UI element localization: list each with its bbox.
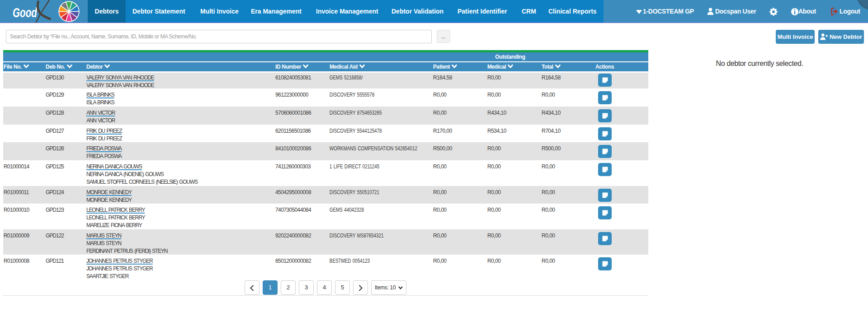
svg-text:Good: Good [13,5,38,20]
